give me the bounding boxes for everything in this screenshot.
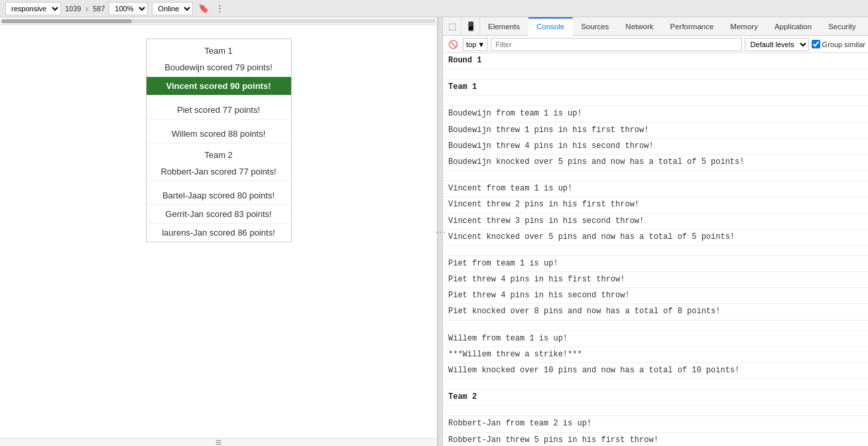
levels-select[interactable]: Default levels [745,38,809,51]
console-line: ***Willem threw a strike!*** [443,347,868,363]
bottom-scrollbar[interactable]: ≡ [0,438,437,446]
viewport-width: 1039 [65,5,81,13]
devtools-mobile-icon[interactable]: 📱 [462,17,480,36]
console-line: Robbert-Jan from team 2 is up! [443,416,868,432]
console-line: Vincent from team 1 is up! [443,181,868,197]
viewport-content: Team 1 Boudewijn scored 79 points! Vince… [0,25,437,438]
willem-score: Willem scored 88 points! [147,125,291,143]
tab-sources[interactable]: Sources [573,17,617,36]
devtools-panel: ⬚ 📱 Elements Console Sources Network Per… [443,17,868,446]
console-line [443,321,868,331]
group-similar-label: Group similar [822,40,865,48]
gerrit-jan-score: Gerrit-Jan scored 83 points! [147,205,291,224]
console-line: Piet from team 1 is up! [443,256,868,272]
tab-console[interactable]: Console [528,17,573,36]
console-line: Round 1 [443,53,868,69]
console-toolbar: 🚫 top ▼ Default levels Group similar [443,36,868,53]
console-line [443,171,868,181]
console-line: Boudewijn threw 4 pins in his second thr… [443,139,868,155]
spacer1 [147,96,291,101]
responsive-select[interactable]: responsive [5,2,61,15]
bartel-jaap-score: Bartel-Jaap scored 80 points! [147,186,291,205]
console-output: Round 1Team 1Boudewijn from team 1 is up… [443,53,868,446]
console-line: Piet knocked over 8 pins and now has a t… [443,304,868,320]
zoom-select[interactable]: 100% [109,2,148,15]
browser-viewport: Team 1 Boudewijn scored 79 points! Vince… [0,17,438,446]
bookmark-icon[interactable]: 🔖 [197,3,210,13]
devtools-inspect-icon[interactable]: ⬚ [443,17,462,36]
more-options-icon[interactable]: ⋮ [214,3,225,13]
group-similar-checkbox[interactable] [812,40,820,48]
main-area: Team 1 Boudewijn scored 79 points! Vince… [0,17,868,446]
console-line: Piet threw 4 pins in his first throw! [443,272,868,288]
bottom-scrollbar-icon: ≡ [1,437,436,447]
context-select[interactable]: top ▼ [463,38,488,51]
viewport-height: 587 [93,5,105,13]
spacer2 [147,119,291,125]
context-value: top [466,40,476,48]
chevron-down-icon: ▼ [477,40,485,48]
top-scrollbar[interactable] [0,17,437,25]
resize-dots-icon: ⋮ [434,227,447,236]
console-line: Piet threw 4 pins in his second throw! [443,288,868,304]
score-card: Team 1 Boudewijn scored 79 points! Vince… [146,38,292,242]
console-line: Team 2 [443,390,868,406]
console-line: Boudewijn threw 1 pins in his first thro… [443,123,868,139]
console-line [443,406,868,416]
laurens-jan-score: laurens-Jan scored 86 points! [147,224,291,242]
group-similar-container: Group similar [812,40,865,48]
console-line: Team 1 [443,80,868,96]
console-line [443,379,868,390]
console-line [443,96,868,106]
team2-header: Team 2 [147,143,291,163]
console-line: Boudewijn knocked over 5 pins and now ha… [443,155,868,171]
separator: x [85,5,89,13]
team1-header: Team 1 [147,39,291,58]
tab-memory[interactable]: Memory [722,17,767,36]
console-line: Vincent threw 3 pins in his second throw… [443,214,868,230]
boudewijn-score: Boudewijn scored 79 points! [147,58,291,77]
console-line: Vincent threw 2 pins in his first throw! [443,197,868,213]
spacer3 [147,181,291,186]
scrollbar-thumb[interactable] [1,19,132,23]
tab-network[interactable]: Network [617,17,662,36]
tab-security[interactable]: Security [820,17,865,36]
browser-toolbar: responsive 1039 x 587 100% Online 🔖 ⋮ [0,0,868,17]
filter-input[interactable] [491,38,741,51]
piet-score: Piet scored 77 points! [147,101,291,119]
console-line [443,246,868,256]
devtools-tabs: ⬚ 📱 Elements Console Sources Network Per… [443,17,868,36]
console-line [443,69,868,80]
vincent-score: Vincent scored 90 points! [147,77,291,96]
console-line: Robbert-Jan threw 5 pins in his first th… [443,433,868,446]
tab-elements[interactable]: Elements [480,17,528,36]
console-line: Vincent knocked over 5 pins and now has … [443,230,868,246]
console-line: Willem from team 1 is up! [443,331,868,347]
resize-handle[interactable]: ⋮ [438,17,443,446]
scrollbar-track[interactable] [1,19,436,23]
console-line: Boudewijn from team 1 is up! [443,106,868,122]
robbert-jan-score: Robbert-Jan scored 77 points! [147,163,291,181]
clear-console-button[interactable]: 🚫 [446,37,460,52]
tab-application[interactable]: Application [767,17,820,36]
network-select[interactable]: Online [152,2,193,15]
console-line: Willem knocked over 10 pins and now has … [443,363,868,379]
tab-performance[interactable]: Performance [662,17,723,36]
